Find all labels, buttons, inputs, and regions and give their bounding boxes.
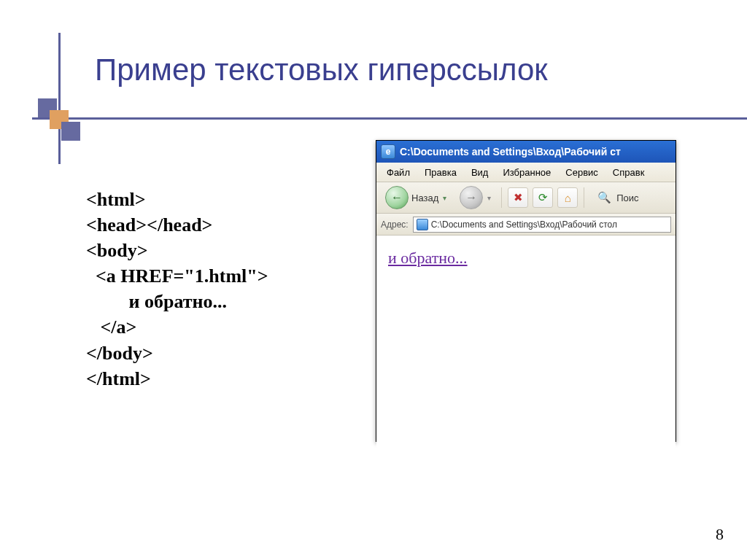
toolbar-separator bbox=[501, 187, 502, 208]
browser-viewport: и обратно... bbox=[376, 236, 676, 470]
window-title: C:\Documents and Settings\Вход\Рабочий с… bbox=[400, 146, 621, 158]
code-line: и обратно... bbox=[86, 291, 227, 312]
address-value: C:\Documents and Settings\Вход\Рабочий с… bbox=[431, 219, 617, 230]
home-icon: ⌂ bbox=[565, 192, 571, 204]
code-line: <body> bbox=[86, 240, 148, 261]
browser-window: e C:\Documents and Settings\Вход\Рабочий… bbox=[376, 140, 676, 442]
back-arrow-icon: ← bbox=[385, 186, 409, 209]
search-button[interactable]: 🔍 Поис bbox=[590, 187, 643, 209]
menu-favorites[interactable]: Избранное bbox=[495, 166, 558, 179]
back-button[interactable]: ← Назад ▾ bbox=[381, 187, 451, 209]
chevron-down-icon: ▾ bbox=[487, 194, 491, 202]
refresh-button[interactable]: ⟳ bbox=[533, 187, 553, 208]
code-line: <html> bbox=[86, 189, 146, 210]
forward-arrow-icon: → bbox=[460, 186, 483, 209]
menu-help[interactable]: Справк bbox=[605, 166, 651, 179]
toolbar-separator bbox=[584, 187, 584, 208]
code-line: </html> bbox=[86, 368, 151, 389]
slide: Пример текстовых гиперссылок <html> <hea… bbox=[0, 0, 747, 560]
browser-toolbar: ← Назад ▾ → ▾ ✖ ⟳ ⌂ 🔍 Поис bbox=[376, 182, 676, 214]
back-label: Назад bbox=[411, 192, 438, 203]
search-label: Поис bbox=[616, 192, 638, 203]
chevron-down-icon: ▾ bbox=[443, 194, 446, 202]
menu-edit[interactable]: Правка bbox=[417, 166, 464, 179]
browser-titlebar: e C:\Documents and Settings\Вход\Рабочий… bbox=[376, 141, 676, 163]
code-line: <head></head> bbox=[86, 214, 212, 236]
home-button[interactable]: ⌂ bbox=[557, 187, 578, 208]
forward-button[interactable]: → ▾ bbox=[455, 187, 495, 209]
address-bar: Адрес: C:\Documents and Settings\Вход\Ра… bbox=[376, 214, 676, 236]
search-icon: 🔍 bbox=[595, 188, 614, 207]
page-number: 8 bbox=[716, 525, 724, 544]
code-sample: <html> <head></head> <body> <a HREF="1.h… bbox=[86, 187, 268, 392]
page-hyperlink[interactable]: и обратно... bbox=[388, 249, 468, 267]
refresh-icon: ⟳ bbox=[538, 191, 548, 204]
menu-tools[interactable]: Сервис bbox=[558, 166, 605, 179]
browser-menubar: Файл Правка Вид Избранное Сервис Справк bbox=[376, 163, 676, 182]
slide-title: Пример текстовых гиперссылок bbox=[95, 52, 548, 88]
stop-icon: ✖ bbox=[514, 191, 523, 204]
code-line: <a HREF="1.html"> bbox=[86, 265, 268, 287]
stop-button[interactable]: ✖ bbox=[508, 187, 528, 208]
code-line: </a> bbox=[86, 316, 136, 338]
address-label: Адрес: bbox=[381, 219, 409, 230]
menu-view[interactable]: Вид bbox=[464, 166, 496, 179]
ie-icon bbox=[417, 219, 428, 230]
menu-file[interactable]: Файл bbox=[379, 166, 417, 179]
address-field[interactable]: C:\Documents and Settings\Вход\Рабочий с… bbox=[413, 217, 671, 233]
ie-icon: e bbox=[381, 144, 395, 159]
code-line: </body> bbox=[86, 343, 153, 364]
